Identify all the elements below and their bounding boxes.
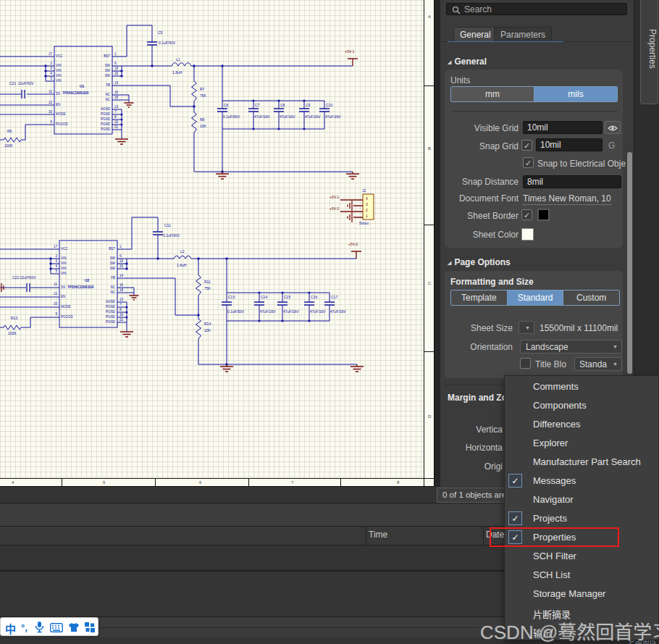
- u1-pin-pgood-num: 9: [43, 120, 52, 125]
- vertical-label: Vertica: [435, 425, 503, 435]
- ruler-corner: [424, 478, 435, 487]
- u1-pins-sw-nums: 6 19 20: [114, 61, 126, 76]
- sheet-color-swatch[interactable]: [521, 228, 534, 241]
- visible-grid-eye-button[interactable]: [605, 121, 621, 134]
- u1-pins-sw: SW SW SW: [88, 63, 110, 78]
- u1-pin-en-num: 12: [43, 100, 52, 105]
- search-input[interactable]: [464, 4, 624, 14]
- title-block-select[interactable]: Standa ▼: [574, 357, 622, 371]
- snap-grid-checkbox[interactable]: ✓: [521, 140, 532, 151]
- menu-item-projects[interactable]: ✓Projects: [505, 509, 658, 528]
- snap-distance-input[interactable]: [523, 175, 621, 188]
- u2-pins-nc-nums: 16 18: [119, 283, 131, 293]
- section-general[interactable]: ◢General: [448, 57, 487, 67]
- u1-pin-fb-num: 14: [114, 80, 126, 85]
- menu-item-messages[interactable]: ✓Messages: [505, 472, 658, 490]
- document-font-value[interactable]: Times New Roman, 10: [523, 193, 611, 205]
- schematic-editor[interactable]: VCC VIN VIN VIN VIN SS EN MODE PGOOD 17 …: [0, 0, 440, 487]
- ime-skin-icon[interactable]: [68, 622, 80, 632]
- collapse-icon: ◢: [448, 59, 451, 64]
- menu-item-sch-list[interactable]: ✓SCH List: [505, 566, 658, 585]
- u1-pin-vcc-num: 17: [43, 51, 52, 57]
- document-font-label: Document Font: [442, 193, 519, 204]
- u1-ref: U1: [80, 84, 84, 88]
- zone-letter: A: [428, 14, 431, 19]
- properties-vertical-tab[interactable]: Properties: [640, 0, 658, 104]
- c8-val: 47uF/16V: [280, 114, 295, 119]
- title-block-value: Standa: [579, 359, 607, 369]
- sheet-size-dropdown-button[interactable]: ▼: [519, 321, 534, 334]
- snap-grid-input[interactable]: [536, 138, 603, 151]
- units-mm-button[interactable]: mm: [451, 87, 534, 101]
- tab-general[interactable]: General: [453, 27, 498, 41]
- c5-ref: C5: [158, 30, 162, 35]
- menu-item-label: Differences: [533, 419, 581, 430]
- tab-parameters[interactable]: Parameters: [494, 27, 552, 41]
- ime-punctuation-icon[interactable]: °,: [21, 622, 28, 633]
- chevron-down-icon: ▼: [613, 361, 618, 367]
- r8-val: 10K: [200, 124, 206, 128]
- c8-ref: C8: [280, 103, 285, 107]
- column-header-time[interactable]: Time: [369, 530, 387, 540]
- menu-item-manufacturer-part-search[interactable]: ✓Manufacturer Part Search: [505, 453, 658, 472]
- c10-val: 47uF/16V: [325, 114, 341, 119]
- rail-flag-1: +5V-1: [345, 49, 354, 54]
- margin-zones-header: Margin and Zo: [448, 393, 507, 403]
- snap-electrical-label: Snap to Electrical Obje: [537, 159, 626, 169]
- u2-pins-pgnd-nums: 7 8 10 21: [119, 302, 131, 322]
- c9-val: 47uF/16V: [305, 114, 321, 119]
- r7-ref: R7: [200, 87, 204, 91]
- u1-pin-mode-num: 15: [43, 109, 52, 114]
- r7-val: 75K: [200, 93, 206, 98]
- u1-pins-pgnd-nums: 7 8 10 21: [114, 109, 126, 130]
- j2-net-mid: +5V-2: [330, 206, 339, 211]
- r11-val: 75K: [204, 286, 211, 290]
- search-box[interactable]: [446, 3, 627, 15]
- menu-item-label: Storage Manager: [533, 588, 605, 599]
- ime-menu-grid-icon[interactable]: [85, 622, 95, 632]
- ime-chinese-mode-icon[interactable]: 中: [5, 621, 16, 636]
- orientation-select[interactable]: Landscape ▼: [520, 340, 622, 354]
- zone-letter: D: [428, 414, 431, 419]
- menu-item-navigator[interactable]: ✓Navigator: [505, 490, 658, 509]
- menu-item-comments[interactable]: ✓Comments: [505, 377, 658, 396]
- section-page-options[interactable]: ◢Page Options: [448, 257, 511, 267]
- u1-pin-ss: SS: [56, 91, 60, 96]
- ime-microphone-icon[interactable]: [34, 622, 45, 633]
- general-group: Units mm mils Visible Grid Snap Grid ✓ G…: [445, 70, 623, 248]
- r8-ref: R8: [200, 117, 204, 122]
- u2-pins-vin-nums: 2 3 4 5: [49, 254, 57, 274]
- units-toggle: mm mils: [450, 86, 618, 102]
- u2-pin-ss: SS: [61, 285, 65, 290]
- u2-pin-agnd-num: 13: [119, 297, 131, 302]
- title-block-checkbox[interactable]: ✓: [520, 358, 531, 369]
- c22-label: C22 22uF/50V: [12, 275, 35, 280]
- u2-pins-sw: SW SW SW: [93, 256, 115, 271]
- menu-item-components[interactable]: ✓Components: [505, 396, 658, 415]
- mode-template-button[interactable]: Template: [451, 290, 508, 305]
- panel-scrollbar[interactable]: [627, 152, 632, 374]
- u2-pins-nc: NC NC: [93, 285, 115, 295]
- ime-toolbar[interactable]: 中 °,: [0, 617, 98, 636]
- menu-item-sch-filter[interactable]: ✓SCH Filter: [505, 547, 658, 566]
- c13-val: 0.1uF/50V: [227, 309, 244, 314]
- sheet-border-checkbox[interactable]: ✓: [521, 209, 532, 220]
- menu-item-explorer[interactable]: ✓Explorer: [505, 434, 658, 453]
- snap-electrical-checkbox[interactable]: ✓: [523, 157, 534, 168]
- u1-pin-pgood: PGOOD: [56, 122, 68, 127]
- schematic-sheet[interactable]: VCC VIN VIN VIN VIN SS EN MODE PGOOD 17 …: [0, 0, 424, 478]
- mode-custom-button[interactable]: Custom: [563, 290, 619, 305]
- menu-item-storage-manager[interactable]: ✓Storage Manager: [505, 585, 658, 603]
- u1-pin-agnd-num: 13: [114, 104, 126, 109]
- watermark: CSDN @蓦然回首学习不迟: [480, 617, 659, 644]
- sheet-border-color-swatch[interactable]: [537, 209, 550, 221]
- ime-keyboard-icon[interactable]: [50, 623, 63, 632]
- units-mils-button[interactable]: mils: [534, 87, 617, 101]
- snap-grid-label: Snap Grid: [449, 141, 519, 151]
- u1-pins-pgnd: PGND PGND PGND PGND: [88, 112, 110, 132]
- mode-standard-button[interactable]: Standard: [508, 290, 564, 305]
- c7-ref: C7: [255, 103, 259, 107]
- visible-grid-input[interactable]: [523, 121, 603, 134]
- u2-pin-pgood: PGOOD: [61, 314, 73, 319]
- menu-item-differences[interactable]: ✓Differences: [505, 415, 658, 434]
